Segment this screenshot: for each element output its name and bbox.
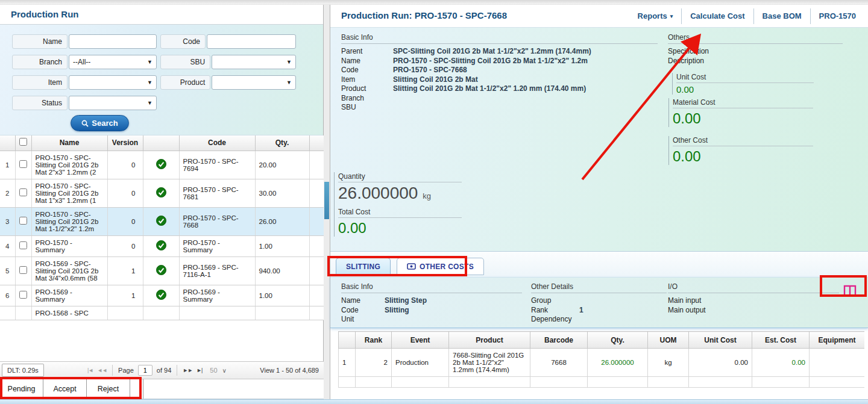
sbu-label: SBU [160,55,210,69]
col-header-version[interactable]: Version [107,135,143,151]
row-code [179,306,255,320]
run-code-value: PRO-1570 - SPC-7668 [393,66,658,75]
parent-value: SPC-Slitting Coil 201G 2b Mat 1-1/2"x2" … [393,47,658,57]
col-header-status[interactable] [143,135,179,151]
other-cost-label: Other Cost [673,136,813,146]
col-header-qty[interactable]: Qty. [255,135,309,151]
step-basic-heading: Basic Info [341,282,522,293]
step-rank-label: Rank [531,306,579,315]
col-uom[interactable]: UOM [648,332,689,349]
row-number: 3 [0,207,15,235]
col-est-cost[interactable]: Est. Cost [752,332,810,349]
row-number: 4 [0,235,15,256]
branch-select[interactable]: --All--▼ [69,55,157,69]
table-row[interactable]: 6PRO-1569 - Summary1PRO-1569 - Summary1.… [0,285,324,306]
step-tabs: SLITTING OTHER COSTS [330,252,868,277]
col-barcode[interactable]: Barcode [530,332,588,349]
row-checkbox[interactable] [19,266,27,274]
step-dependency-value [579,315,667,325]
event-product: 7668-Slitting Coil 201G 2b Mat 1-1/2"x2"… [449,349,530,377]
row-name: PRO-1569 - SPC-Slitting Coil 201G 2b Mat… [31,256,107,285]
status-ok-icon [156,159,166,169]
table-row[interactable]: 5PRO-1569 - SPC-Slitting Coil 201G 2b Ma… [0,256,324,285]
select-all-checkbox[interactable] [19,138,27,146]
table-row[interactable]: PRO-1568 - SPC [0,306,324,320]
run-item-label: Item [341,75,393,85]
row-number: 5 [0,256,15,285]
row-checkbox[interactable] [19,160,27,168]
table-row[interactable]: 4PRO-1570 - Summary0PRO-1570 - Summary1.… [0,235,324,256]
row-name: PRO-1568 - SPC [31,306,107,320]
col-header-name[interactable]: Name [31,135,107,151]
row-code: PRO-1570 - SPC-7681 [179,179,255,207]
tab-other-costs[interactable]: OTHER COSTS [397,258,484,275]
pending-button[interactable]: Pending [0,379,43,399]
reports-menu-button[interactable]: Reports▾ [629,11,682,20]
io-columns-icon[interactable] [843,285,857,297]
row-checkbox[interactable] [19,188,27,196]
table-row[interactable]: 1PRO-1570 - SPC-Slitting Coil 201G 2b Ma… [0,151,324,179]
col-unit-cost[interactable]: Unit Cost [689,332,752,349]
item-select[interactable]: ▼ [69,75,157,90]
splitter-handle[interactable] [324,182,329,219]
status-select[interactable]: ▼ [69,96,157,110]
first-page-button[interactable]: |◄ [87,367,93,373]
run-detail-section: Basic Info ParentSPC-Slitting Coil 201G … [330,27,868,252]
pro-1570-link[interactable]: PRO-1570 [811,11,864,20]
col-header-code[interactable]: Code [179,135,255,151]
step-events-table: Rank Event Product Barcode Qty. UOM Unit… [338,331,864,399]
name-label: Name [12,34,68,49]
row-code: PRO-1570 - Summary [179,235,255,256]
code-input[interactable] [207,34,296,49]
table-row[interactable]: 2PRO-1570 - SPC-Slitting Coil 201G 2b Ma… [0,179,324,207]
accept-button[interactable]: Accept [43,379,87,399]
top-strip [0,0,868,5]
page-label: Page [118,367,134,374]
col-qty[interactable]: Qty. [588,332,648,349]
other-cost-block: Other Cost 0.00 [668,136,813,165]
next-page-button[interactable]: ►► [183,367,192,373]
panel-splitter[interactable] [324,5,330,399]
events-table-body: 12Production7668-Slitting Coil 201G 2b M… [339,349,865,388]
search-button[interactable]: Search [71,115,129,131]
base-bom-button[interactable]: Base BOM [754,11,810,20]
total-cost-label: Total Cost [338,208,462,218]
col-rank[interactable]: Rank [356,332,392,349]
reject-button[interactable]: Reject [87,379,130,399]
chevron-down-icon: ∨ [222,367,227,374]
event-row-number: 1 [339,349,356,377]
event-unit-cost: 0.00 [689,349,752,377]
page-size-select[interactable]: 50∨ [210,367,227,374]
branch-label: Branch [12,55,68,69]
material-cost-value: 0.00 [673,108,813,127]
prev-page-button[interactable]: ◄◄ [97,367,107,373]
pager: DLT: 0.29s |◄ ◄◄ Page of 94 ►► ►| 50∨ Vi… [0,361,324,379]
page-input[interactable] [138,365,153,376]
name-input[interactable] [69,34,157,49]
view-range-label: View 1 - 50 of 4,689 [260,367,319,374]
row-checkbox[interactable] [19,217,27,225]
tab-slitting[interactable]: SLITTING [336,258,391,275]
product-select[interactable]: ▼ [212,75,296,90]
sbu-select[interactable]: ▼ [212,55,296,69]
chevron-down-icon: ▼ [147,60,153,65]
col-event[interactable]: Event [392,332,449,349]
calculate-cost-button[interactable]: Calculate Cost [682,11,753,20]
detail-titlebar: Production Run: PRO-1570 - SPC-7668 Repo… [330,5,868,27]
row-checkbox[interactable] [19,241,27,249]
col-product[interactable]: Product [449,332,530,349]
events-header-row: Rank Event Product Barcode Qty. UOM Unit… [339,332,865,349]
product-label: Product [160,75,210,90]
step-unit-value [385,315,522,325]
table-row[interactable]: 3PRO-1570 - SPC-Slitting Coil 201G 2b Ma… [0,207,324,235]
col-equipment[interactable]: Equipment [810,332,865,349]
row-checkbox[interactable] [19,291,27,299]
step-group-value [579,296,667,306]
run-sbu-label: SBU [341,103,393,113]
material-cost-label: Material Cost [673,98,813,108]
event-row[interactable]: 12Production7668-Slitting Coil 201G 2b M… [339,349,865,377]
left-panel-title: Production Run [0,5,323,25]
row-qty: 940.00 [255,256,309,285]
last-page-button[interactable]: ►| [197,367,202,373]
row-name: PRO-1570 - SPC-Slitting Coil 201G 2b Mat… [31,207,107,235]
